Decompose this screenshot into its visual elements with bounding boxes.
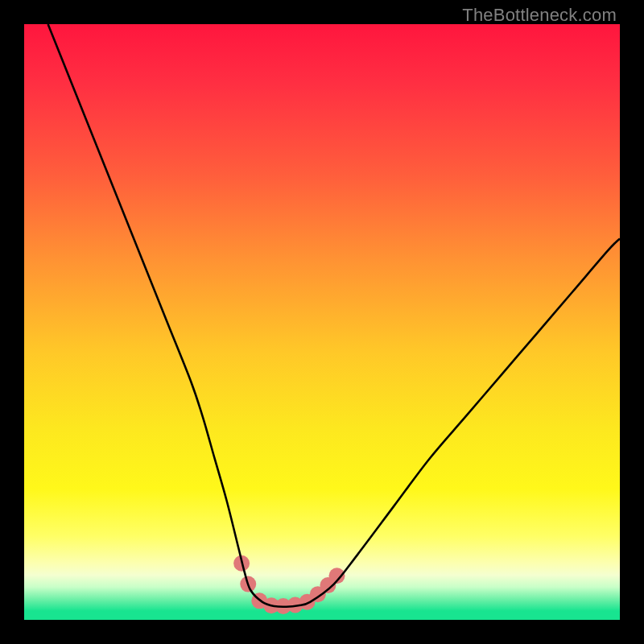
watermark-text: TheBottleneck.com [462, 5, 617, 26]
valley-markers [233, 555, 345, 614]
curve-layer [24, 24, 620, 620]
bottleneck-curve [48, 24, 620, 607]
chart-frame: TheBottleneck.com [0, 0, 644, 644]
plot-area [24, 24, 620, 620]
